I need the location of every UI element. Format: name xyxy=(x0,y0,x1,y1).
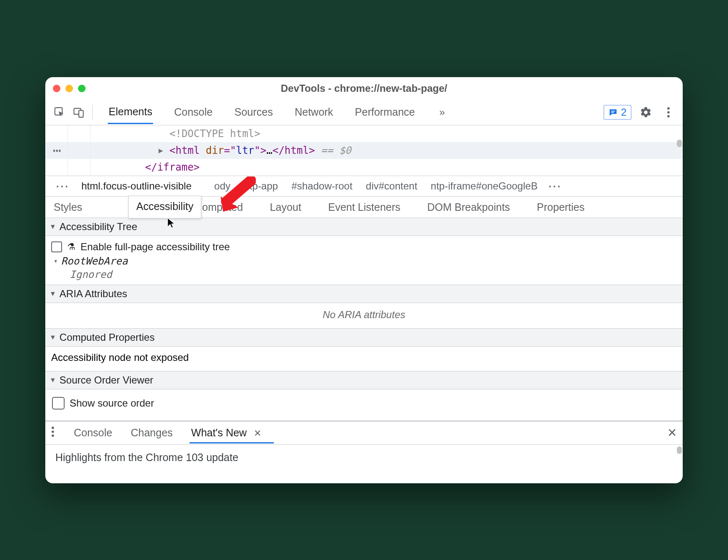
tree-expand-icon[interactable]: ▾ xyxy=(54,257,58,265)
subtab-dom-breakpoints[interactable]: DOM Breakpoints xyxy=(425,197,512,218)
tab-sources[interactable]: Sources xyxy=(234,101,274,123)
code-line-iframe-close[interactable]: </iframe> xyxy=(45,159,683,176)
svg-point-9 xyxy=(52,430,54,433)
kebab-menu-icon[interactable] xyxy=(660,104,677,121)
svg-point-5 xyxy=(667,107,670,109)
accessibility-tree-body: ⚗ Enable full-page accessibility tree ▾ … xyxy=(45,236,683,285)
drawer-tabs: Console Changes What's New ✕ ✕ xyxy=(45,422,683,445)
section-title: Source Order Viewer xyxy=(60,374,153,386)
svg-rect-3 xyxy=(611,111,615,111)
svg-rect-4 xyxy=(611,112,614,113)
issues-count: 2 xyxy=(621,106,627,118)
accessibility-panel: ▼ Accessibility Tree ⚗ Enable full-page … xyxy=(45,218,683,420)
breadcrumb-div-content[interactable]: div#content xyxy=(359,180,424,192)
close-tab-icon[interactable]: ✕ xyxy=(254,428,261,438)
code-line-doctype[interactable]: <!DOCTYPE html> xyxy=(45,125,683,142)
window-title: DevTools - chrome://new-tab-page/ xyxy=(45,83,683,94)
dom-tree-panel[interactable]: <!DOCTYPE html> ⋯ ▶ <html dir="ltr">…</h… xyxy=(45,125,683,176)
device-toolbar-icon[interactable] xyxy=(70,104,87,121)
whats-new-headline: Highlights from the Chrome 103 update xyxy=(55,451,238,463)
tab-network[interactable]: Network xyxy=(294,101,334,123)
section-computed-properties[interactable]: ▼ Computed Properties xyxy=(45,328,683,347)
subtab-event-listeners[interactable]: Event Listeners xyxy=(325,197,403,218)
inspect-element-icon[interactable] xyxy=(51,104,68,121)
row-ellipsis-icon[interactable]: ⋯ xyxy=(53,148,62,153)
tab-elements[interactable]: Elements xyxy=(108,101,153,124)
disclose-triangle-icon[interactable]: ▼ xyxy=(49,290,56,298)
section-accessibility-tree[interactable]: ▼ Accessibility Tree xyxy=(45,218,683,236)
window-titlebar: DevTools - chrome://new-tab-page/ xyxy=(45,77,683,100)
drawer-tab-changes[interactable]: Changes xyxy=(130,423,174,443)
drawer-body: Highlights from the Chrome 103 update xyxy=(45,445,683,483)
subtab-styles[interactable]: Styles xyxy=(50,197,85,218)
show-source-order-label: Show source order xyxy=(70,397,154,409)
section-aria-attributes[interactable]: ▼ ARIA Attributes xyxy=(45,285,683,303)
toolbar-right: 2 xyxy=(603,104,677,121)
svg-point-10 xyxy=(52,434,54,437)
drawer-tab-console[interactable]: Console xyxy=(73,423,113,443)
breadcrumb-html[interactable]: html.focus-outline-visible xyxy=(75,180,198,192)
enable-tree-checkbox[interactable] xyxy=(51,241,62,252)
disclose-triangle-icon[interactable]: ▼ xyxy=(49,334,56,341)
tab-console[interactable]: Console xyxy=(173,101,213,123)
disclose-triangle-icon[interactable]: ▼ xyxy=(49,223,56,231)
section-title: Computed Properties xyxy=(60,332,155,343)
section-source-order-viewer[interactable]: ▼ Source Order Viewer xyxy=(45,371,683,389)
tree-ignored-label: Ignored xyxy=(70,269,112,280)
annotation-arrow-icon xyxy=(218,176,256,214)
show-source-order-checkbox[interactable] xyxy=(52,397,65,410)
enable-tree-label: Enable full-page accessibility tree xyxy=(81,241,230,253)
more-tabs-icon[interactable]: » xyxy=(436,106,448,118)
toolbar-divider xyxy=(92,105,93,120)
expand-triangle-icon[interactable]: ▶ xyxy=(159,146,163,155)
dom-scrollbar-thumb[interactable] xyxy=(677,140,682,147)
issues-badge[interactable]: 2 xyxy=(603,105,632,120)
mouse-cursor-icon xyxy=(167,218,175,229)
not-exposed-message: Accessibility node not exposed xyxy=(45,347,683,371)
sidebar-tabs: Styles Accessibility omputed Layout Even… xyxy=(45,197,683,218)
disclose-triangle-icon[interactable]: ▼ xyxy=(49,376,56,384)
svg-point-7 xyxy=(667,115,670,117)
tree-root-label: RootWebArea xyxy=(61,255,128,267)
section-title: ARIA Attributes xyxy=(60,288,127,300)
svg-point-6 xyxy=(667,111,670,114)
no-aria-message: No ARIA attributes xyxy=(45,303,683,328)
breadcrumb-overflow-right-icon[interactable]: ⋯ xyxy=(544,184,565,188)
source-order-body: Show source order xyxy=(45,389,683,420)
settings-icon[interactable] xyxy=(637,104,654,121)
svg-point-8 xyxy=(52,426,54,429)
top-toolbar: Elements Console Sources Network Perform… xyxy=(45,100,683,125)
svg-rect-2 xyxy=(79,110,83,117)
subtab-accessibility-dragged[interactable]: Accessibility xyxy=(128,196,201,218)
drawer-scrollbar-thumb[interactable] xyxy=(677,446,682,454)
line-gutter xyxy=(45,125,91,176)
close-drawer-icon[interactable]: ✕ xyxy=(667,426,677,440)
tree-ignored-row[interactable]: Ignored xyxy=(51,268,677,281)
message-icon xyxy=(608,108,618,117)
drawer-tab-whats-new[interactable]: What's New ✕ xyxy=(190,423,263,443)
drawer: Console Changes What's New ✕ ✕ Highlight… xyxy=(45,420,683,483)
breadcrumb-shadow-root[interactable]: #shadow-root xyxy=(285,180,359,192)
code-line-html[interactable]: ⋯ ▶ <html dir="ltr">…</html> == $0 xyxy=(45,142,683,159)
devtools-window: DevTools - chrome://new-tab-page/ Elemen… xyxy=(45,77,683,483)
experiment-flask-icon: ⚗ xyxy=(67,241,75,252)
breadcrumb-overflow-left-icon[interactable]: ⋯ xyxy=(50,184,75,188)
dom-breadcrumbs[interactable]: ⋯ html.focus-outline-visible ody ntp-app… xyxy=(45,176,683,197)
drawer-kebab-icon[interactable] xyxy=(51,426,56,440)
breadcrumb-ntp-iframe[interactable]: ntp-iframe#oneGoogleB xyxy=(424,180,544,192)
main-panel-tabs: Elements Console Sources Network Perform… xyxy=(108,101,601,124)
subtab-layout[interactable]: Layout xyxy=(267,197,304,218)
enable-full-page-tree-row[interactable]: ⚗ Enable full-page accessibility tree xyxy=(51,239,677,254)
tree-root-row[interactable]: ▾ RootWebArea xyxy=(51,254,677,268)
tab-performance[interactable]: Performance xyxy=(354,101,416,123)
show-source-order-row[interactable]: Show source order xyxy=(51,393,677,417)
section-title: Accessibility Tree xyxy=(60,221,137,233)
subtab-properties[interactable]: Properties xyxy=(534,197,587,218)
